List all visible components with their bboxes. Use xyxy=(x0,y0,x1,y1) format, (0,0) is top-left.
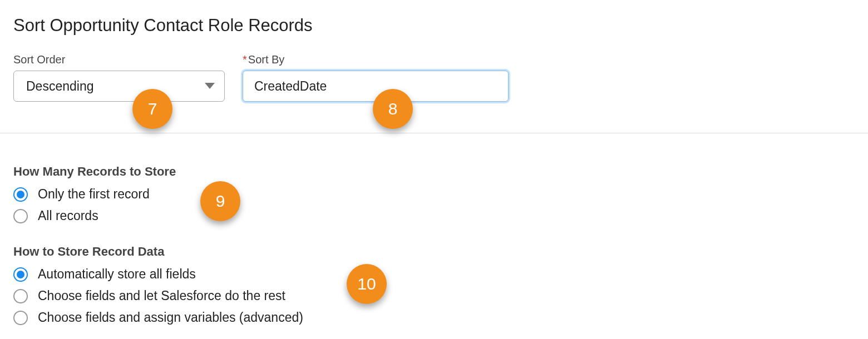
radio-label: Only the first record xyxy=(38,187,150,202)
how-many-title: How Many Records to Store xyxy=(13,164,855,179)
radio-icon xyxy=(13,209,28,223)
callout-9: 9 xyxy=(200,181,240,221)
radio-auto-store[interactable]: Automatically store all fields xyxy=(13,267,855,282)
radio-icon xyxy=(13,311,28,325)
radio-all-records[interactable]: All records xyxy=(13,208,855,223)
callout-10: 10 xyxy=(347,264,387,304)
radio-choose-fields[interactable]: Choose fields and let Salesforce do the … xyxy=(13,288,855,303)
required-star: * xyxy=(243,53,247,66)
radio-icon xyxy=(13,267,28,282)
callout-8: 8 xyxy=(373,89,413,129)
sort-order-group: Sort Order Descending xyxy=(13,53,225,102)
sort-order-value: Descending xyxy=(26,79,93,94)
radio-choose-assign[interactable]: Choose fields and assign variables (adva… xyxy=(13,310,855,325)
sort-by-label: *Sort By xyxy=(243,53,509,66)
radio-icon xyxy=(13,289,28,303)
radio-label: Choose fields and assign variables (adva… xyxy=(38,310,303,325)
sort-by-input[interactable] xyxy=(243,71,509,102)
radio-label: All records xyxy=(38,208,98,223)
how-many-radio-group: Only the first record All records xyxy=(13,187,855,223)
how-store-radio-group: Automatically store all fields Choose fi… xyxy=(13,267,855,325)
how-many-section: How Many Records to Store Only the first… xyxy=(13,164,855,223)
section-title: Sort Opportunity Contact Role Records xyxy=(13,16,855,36)
how-store-title: How to Store Record Data xyxy=(13,245,855,259)
callout-7: 7 xyxy=(132,89,172,129)
how-store-section: How to Store Record Data Automatically s… xyxy=(13,245,855,325)
sort-order-label: Sort Order xyxy=(13,53,225,66)
sort-by-label-text: Sort By xyxy=(248,53,285,66)
radio-label: Choose fields and let Salesforce do the … xyxy=(38,288,285,303)
radio-only-first[interactable]: Only the first record xyxy=(13,187,855,202)
section-divider xyxy=(0,133,868,133)
radio-label: Automatically store all fields xyxy=(38,267,196,282)
radio-icon xyxy=(13,187,28,202)
sort-order-select[interactable]: Descending xyxy=(13,71,225,102)
sort-by-group: *Sort By xyxy=(243,53,509,102)
